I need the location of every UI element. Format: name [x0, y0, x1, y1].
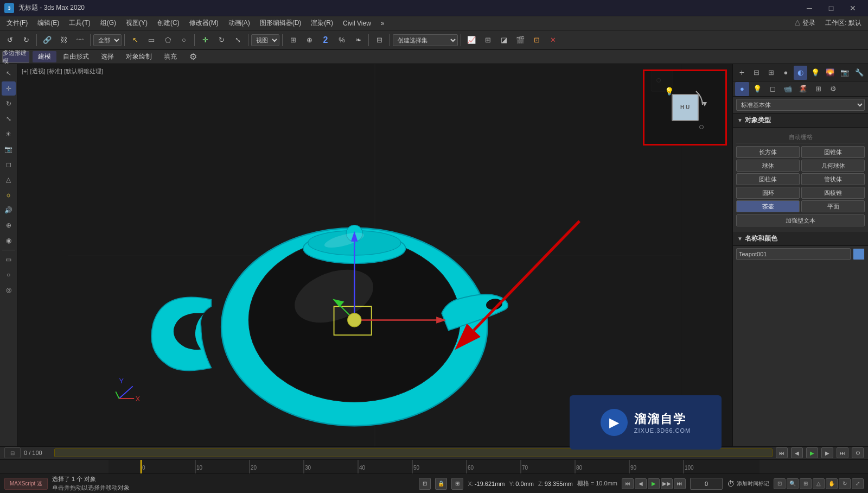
select-filter-dropdown[interactable]: 全部 — [93, 34, 122, 46]
menu-civil-view[interactable]: Civil View — [339, 18, 375, 28]
material-editor-button[interactable]: ◪ — [496, 33, 512, 48]
vp-full-screen-btn[interactable]: ⤢ — [852, 478, 864, 489]
percent-snap-button[interactable]: % — [334, 33, 349, 48]
scale-button[interactable]: ⤡ — [230, 33, 245, 48]
rp-grid-icon[interactable]: ⊞ — [811, 82, 825, 96]
lt-sun2[interactable]: ◎ — [2, 283, 16, 297]
obj-torus[interactable]: 圆环 — [736, 187, 800, 199]
pb-prev-btn[interactable]: ⏮ — [622, 478, 634, 489]
redo-button[interactable]: ↻ — [18, 33, 34, 48]
lt-camera[interactable]: 📷 — [2, 142, 16, 156]
current-frame-input[interactable]: 0 — [690, 478, 723, 490]
lasso-button[interactable]: ⬠ — [160, 33, 175, 48]
rp-landscape-icon[interactable]: 🌋 — [796, 82, 810, 96]
obj-plane[interactable]: 平面 — [801, 200, 865, 212]
tab-paintdraw[interactable]: 对象绘制 — [120, 51, 157, 62]
playback-prev-button[interactable]: ⏮ — [776, 447, 788, 458]
rp-light-button[interactable]: 💡 — [808, 66, 822, 80]
menu-login[interactable]: △ 登录 — [790, 17, 820, 29]
vp-field-of-view-btn[interactable]: △ — [813, 478, 825, 489]
timeline-slider[interactable] — [54, 448, 773, 457]
obj-pyramid[interactable]: 四棱锥 — [801, 187, 865, 199]
lt-helpers[interactable]: ⊕ — [2, 218, 16, 232]
close-toolbar-button[interactable]: ✕ — [545, 33, 560, 48]
rp-landscape-button[interactable]: 🌄 — [823, 66, 837, 80]
rp-camera2-icon[interactable]: 📹 — [781, 82, 795, 96]
lt-speaker[interactable]: 🔊 — [2, 203, 16, 217]
menu-more[interactable]: » — [376, 18, 389, 28]
obj-teapot[interactable]: 茶壶 — [736, 200, 800, 212]
paint-options-button[interactable]: ⚙ — [186, 49, 201, 65]
rotate-button[interactable]: ↻ — [214, 33, 229, 48]
pb-play-btn[interactable]: ▶ — [648, 478, 660, 489]
pb-frame-next-btn[interactable]: ▶▶ — [661, 478, 673, 489]
rp-hierarchy-button[interactable]: ⊞ — [764, 66, 778, 80]
lt-scale[interactable]: ⤡ — [2, 112, 16, 126]
menu-view[interactable]: 视图(Y) — [122, 17, 152, 29]
playback-play-button[interactable]: ▶ — [806, 447, 818, 458]
object-type-dropdown[interactable]: 标准基本体 — [736, 99, 865, 111]
section-name-color[interactable]: ▼ 名称和颜色 — [733, 232, 868, 246]
transform-type-in-button[interactable]: ⊞ — [451, 478, 463, 490]
minimize-button[interactable]: ─ — [799, 0, 820, 16]
obj-cone[interactable]: 圆锥体 — [801, 146, 865, 158]
tab-select[interactable]: 选择 — [95, 51, 119, 62]
playback-frame-next-button[interactable]: ▶ — [821, 447, 833, 458]
vp-orbit-btn[interactable]: ↻ — [839, 478, 851, 489]
menu-render[interactable]: 渲染(R) — [307, 17, 337, 29]
rp-cube-icon[interactable]: ◻ — [765, 82, 780, 96]
lt-circle[interactable]: ○ — [2, 268, 16, 282]
spinner-snap-button[interactable]: ❧ — [350, 33, 366, 48]
lt-warp[interactable]: ◉ — [2, 233, 16, 248]
menu-modifier[interactable]: 修改器(M) — [185, 17, 223, 29]
obj-box[interactable]: 长方体 — [736, 146, 800, 158]
obj-geosphere[interactable]: 几何球体 — [801, 160, 865, 172]
snap2d-button[interactable]: 2 — [318, 33, 333, 48]
render-button[interactable]: ⊡ — [529, 33, 544, 48]
lt-move[interactable]: ✛ — [2, 81, 16, 96]
rp-modify-button[interactable]: ⊟ — [750, 66, 763, 80]
add-time-tag[interactable]: ⏱ 添加时间标记 — [727, 479, 769, 488]
menu-edit[interactable]: 编辑(E) — [33, 17, 63, 29]
snap-toggle-button[interactable]: ⊞ — [285, 33, 301, 48]
menu-create[interactable]: 创建(C) — [153, 17, 184, 29]
vp-zoom-btn[interactable]: 🔍 — [787, 478, 799, 489]
lt-sun[interactable]: ☼ — [2, 188, 16, 202]
lt-rotate[interactable]: ↻ — [2, 97, 16, 111]
rp-system-icon[interactable]: ⚙ — [826, 82, 840, 96]
playback-options-button[interactable]: ⚙ — [852, 447, 864, 458]
pb-frame-prev-btn[interactable]: ◀ — [635, 478, 647, 489]
select-region-button[interactable]: ▭ — [144, 33, 159, 48]
select-button[interactable]: ↖ — [127, 33, 143, 48]
menu-graph-editor[interactable]: 图形编辑器(D) — [256, 17, 306, 29]
obj-sphere[interactable]: 球体 — [736, 160, 800, 172]
maximize-button[interactable]: □ — [820, 0, 842, 16]
link-button[interactable]: 🔗 — [40, 33, 55, 48]
maxscript-button[interactable]: MAXScript 迷 — [4, 478, 48, 490]
paint-select-button[interactable]: ○ — [176, 33, 192, 48]
obj-tube[interactable]: 管状体 — [801, 173, 865, 185]
angle-snap-button[interactable]: ⊕ — [302, 33, 317, 48]
lt-geometry[interactable]: ◻ — [2, 157, 16, 172]
lt-light[interactable]: ☀ — [2, 127, 16, 141]
rp-motion-button[interactable]: ● — [779, 66, 793, 80]
schematic-button[interactable]: ⊞ — [480, 33, 495, 48]
menu-workspace[interactable]: 工作区: 默认 — [821, 17, 866, 29]
rp-wrench-button[interactable]: 🔧 — [852, 66, 866, 80]
view-mode-dropdown[interactable]: 视图 — [251, 34, 279, 46]
object-color-swatch[interactable] — [853, 248, 865, 260]
lt-shapes[interactable]: △ — [2, 173, 16, 187]
tab-fill[interactable]: 填充 — [158, 51, 182, 62]
pb-next-btn[interactable]: ⏭ — [674, 478, 686, 489]
rp-sphere-icon[interactable]: ● — [735, 82, 749, 96]
enhanced-text-button[interactable]: 加强型文本 — [736, 214, 865, 226]
vp-zoom-all-btn[interactable]: ⊞ — [800, 478, 812, 489]
playback-frame-prev-button[interactable]: ◀ — [791, 447, 803, 458]
rp-lightbulb-icon[interactable]: 💡 — [750, 82, 764, 96]
menu-file[interactable]: 文件(F) — [2, 17, 32, 29]
unlink-button[interactable]: ⛓ — [56, 33, 71, 48]
move-button[interactable]: ✛ — [197, 33, 213, 48]
render-setup-button[interactable]: 🎬 — [513, 33, 528, 48]
lt-square[interactable]: ▭ — [2, 252, 16, 267]
timeline-handle[interactable]: ⊟ — [4, 447, 21, 458]
